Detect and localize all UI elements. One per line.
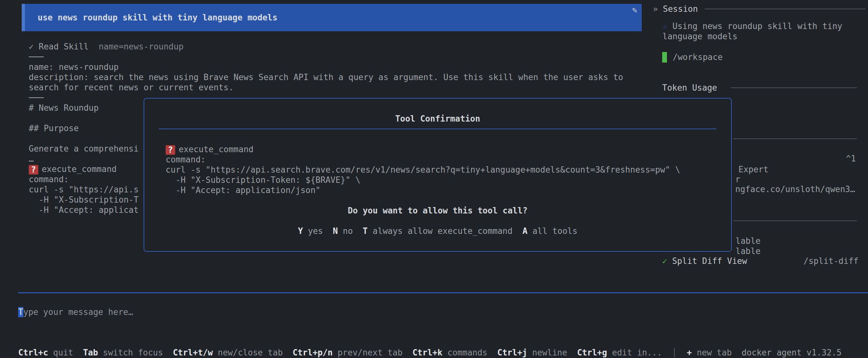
option-always-allow[interactable]: T always allow execute_command xyxy=(363,226,513,236)
skill-description-line-2: search for recent news or current events… xyxy=(29,82,627,93)
shortcut-commands: Ctrl+k commands xyxy=(412,348,487,358)
session-header: » Session xyxy=(653,4,698,14)
model-fragment-2: r xyxy=(735,174,740,185)
pending-question-icon: ? xyxy=(29,165,38,174)
shortcut-prev-next-tab: Ctrl+p/n prev/next tab xyxy=(292,348,402,358)
shortcut-quit: Ctrl+c quit xyxy=(18,348,73,358)
split-diff-row: ✓ Split Diff View xyxy=(662,256,747,266)
tools-section-rule xyxy=(733,221,857,221)
user-message-text: use news roundup skill with tiny languag… xyxy=(38,13,277,22)
model-fragment-1: Expert xyxy=(738,164,769,174)
read-skill-check: ✓ Read Skill xyxy=(29,42,89,52)
text-cursor: T xyxy=(18,307,23,317)
shortcut-new-close-tab: Ctrl+t/w new/close tab xyxy=(173,348,283,358)
option-no[interactable]: N no xyxy=(333,226,353,236)
app-screen: use news roundup skill with tiny languag… xyxy=(0,0,868,358)
option-all-tools[interactable]: A all tools xyxy=(522,226,577,236)
dialog-command-label: command: xyxy=(166,155,680,165)
model-superscript: ^1 xyxy=(830,154,856,164)
tool-call-details: ?execute_command command: curl -s "https… xyxy=(166,144,680,195)
read-skill-param: name=news-roundup xyxy=(89,42,184,52)
model-url-fragment: ngface.co/unsloth/qwen3… xyxy=(735,184,855,194)
app-version: docker agent v1.32.5 xyxy=(742,348,841,358)
user-message-banner: use news roundup skill with tiny languag… xyxy=(22,4,642,31)
frontmatter-separator: ─── xyxy=(29,52,627,62)
skill-description-line-1: description: search the news using Brave… xyxy=(29,72,627,82)
message-input[interactable]: Type your message here… xyxy=(18,307,133,317)
dialog-tool-name: execute_command xyxy=(179,144,254,154)
model-section-rule xyxy=(733,138,857,139)
dialog-header-line-2: -H "Accept: application/json" xyxy=(166,185,680,195)
dialog-exec-line: ?execute_command xyxy=(166,144,680,155)
dialog-header-line-1: -H "X-Subscription-Token: ${BRAVE}" \ xyxy=(166,175,680,185)
shortcut-newline: Ctrl+j newline xyxy=(497,348,567,358)
status-divider: │ xyxy=(672,348,677,358)
dialog-question: Do you want to allow this tool call? xyxy=(144,206,731,216)
truncated-item-1: lable xyxy=(736,236,761,246)
input-placeholder: ype your message here… xyxy=(23,307,133,317)
split-diff-label: Split Diff View xyxy=(667,256,747,266)
split-diff-command: /split-diff xyxy=(804,256,859,266)
token-usage-rule xyxy=(731,88,857,88)
shortcut-switch-focus: Tab switch focus xyxy=(83,348,163,358)
tool-confirmation-dialog: Tool Confirmation ?execute_command comma… xyxy=(144,98,732,252)
session-star-icon: ☆ xyxy=(662,21,668,31)
truncated-item-2: lable xyxy=(736,246,761,256)
shortcut-edit-in: Ctrl+g edit in... xyxy=(577,348,662,358)
new-tab-hint: + new tab xyxy=(687,348,732,358)
session-title: ☆ Using news roundup skill with tiny lan… xyxy=(662,21,854,41)
token-usage-header: Token Usage xyxy=(662,83,717,93)
question-badge-icon: ? xyxy=(166,145,175,155)
session-header-label: Session xyxy=(658,4,698,14)
dialog-curl-line: curl -s "https://api.search.brave.com/re… xyxy=(166,165,680,175)
edit-pencil-icon[interactable]: ✎ xyxy=(632,5,637,15)
split-diff-check-icon: ✓ xyxy=(662,256,667,266)
dialog-title: Tool Confirmation xyxy=(144,114,731,124)
input-separator xyxy=(18,292,868,293)
dialog-title-rule xyxy=(159,129,716,129)
workspace-path: /workspace xyxy=(673,52,723,62)
session-chevron-icon: » xyxy=(653,4,658,14)
session-header-rule xyxy=(705,9,865,9)
option-yes[interactable]: Y yes xyxy=(298,226,323,236)
dialog-options: Y yes N no T always allow execute_comman… xyxy=(144,226,731,236)
status-bar: Ctrl+c quit Tab switch focus Ctrl+t/w ne… xyxy=(18,348,868,358)
exec-tool-name: execute_command xyxy=(42,164,117,174)
skill-name-line: name: news-roundup xyxy=(29,62,627,72)
read-skill-line: ✓ Read Skill name=news-roundup xyxy=(29,41,627,52)
workspace-status-block xyxy=(662,52,667,63)
session-title-text: Using news roundup skill with tiny langu… xyxy=(662,21,842,41)
